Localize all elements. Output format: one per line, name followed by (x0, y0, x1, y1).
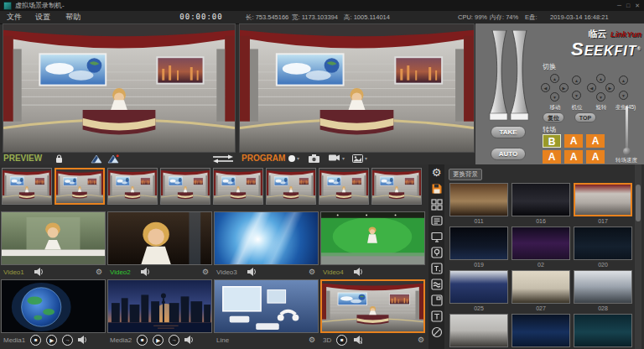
transition-speed-slider[interactable] (626, 106, 628, 153)
scene-thumbnail[interactable] (449, 270, 508, 304)
camera-angle-thumb-2[interactable] (55, 168, 105, 205)
media1-play-button[interactable]: ▶ (46, 335, 57, 346)
media1-speaker-icon[interactable] (78, 336, 86, 344)
camera-angle-thumb-7[interactable] (319, 168, 369, 205)
snapshot-camera-icon[interactable] (309, 154, 319, 163)
menu-settings[interactable]: 设置 (35, 11, 50, 23)
transition-speed-knob[interactable] (623, 148, 631, 155)
video1-source[interactable] (1, 211, 106, 265)
rotate-down-button[interactable]: ▼ (596, 92, 605, 102)
scene-thumbnail[interactable] (574, 183, 632, 216)
gallery-scrollbar-thumb[interactable] (636, 185, 641, 221)
transition-b-button[interactable]: B (543, 134, 561, 148)
scene-thumbnail[interactable] (512, 227, 570, 260)
swap-icon[interactable] (211, 154, 235, 164)
gallery-scrollbar[interactable] (635, 164, 641, 349)
position-down-button[interactable]: ▼ (572, 91, 581, 100)
menu-help[interactable]: 帮助 (65, 11, 80, 23)
media2-forward-button[interactable]: → (169, 335, 179, 346)
camera-angle-thumb-1[interactable] (2, 168, 52, 205)
rotate-up-button[interactable]: ▲ (596, 74, 605, 83)
line-gear-icon[interactable]: ⚙ (309, 334, 315, 346)
close-button[interactable]: ✕ (635, 3, 640, 9)
zoom-in-button[interactable]: ▲ (619, 76, 628, 85)
media1-stop-button[interactable]: ■ (30, 335, 41, 346)
video2-source[interactable] (107, 211, 212, 265)
scene-thumbnail[interactable] (512, 270, 570, 304)
threed-stop-button[interactable]: ■ (336, 335, 347, 346)
monitor-icon[interactable] (428, 228, 444, 244)
subtitle-text-icon[interactable] (428, 260, 444, 276)
playlist-icon[interactable] (428, 212, 444, 228)
image-caret-icon[interactable]: ▾ (365, 153, 367, 164)
image-icon[interactable] (352, 154, 363, 163)
video1-speaker-icon[interactable] (34, 268, 43, 276)
video1-gear-icon[interactable]: ⚙ (96, 266, 102, 278)
scene-thumbnail[interactable] (574, 270, 632, 304)
take-button[interactable]: TAKE (491, 126, 526, 138)
camera-angle-thumb-8[interactable] (371, 168, 422, 205)
gallery-item[interactable]: 016 (512, 183, 570, 226)
record-icon[interactable] (288, 155, 295, 162)
transition-a5-button[interactable]: A (586, 150, 605, 164)
move-up-button[interactable]: ▲ (550, 74, 559, 83)
disable-icon[interactable] (428, 324, 444, 340)
maximize-button[interactable]: □ (626, 3, 630, 9)
text-tool-icon[interactable] (428, 308, 444, 324)
frame-icon[interactable] (428, 292, 444, 308)
media2-stop-button[interactable]: ■ (137, 335, 148, 346)
move-left-button[interactable]: ◀ (541, 83, 550, 92)
gallery-item[interactable]: 020 (574, 227, 632, 269)
scene-thumbnail[interactable] (574, 314, 632, 347)
gallery-item[interactable]: 011 (449, 183, 508, 226)
video2-gear-icon[interactable]: ⚙ (202, 266, 209, 278)
lock-icon[interactable] (55, 154, 63, 164)
save-icon[interactable] (428, 180, 444, 196)
gallery-item[interactable]: 028 (574, 270, 632, 313)
settings-gear-icon[interactable]: ⚙ (428, 164, 444, 180)
t-bar[interactable] (489, 30, 529, 121)
gallery-item[interactable]: 019 (449, 227, 508, 269)
gallery-item-selected[interactable]: 017 (574, 183, 632, 226)
rotate-left-button[interactable]: ◀ (587, 83, 596, 92)
move-down-button[interactable]: ▼ (550, 92, 559, 102)
gallery-item[interactable] (449, 314, 508, 347)
media2-play-button[interactable]: ▶ (153, 335, 164, 346)
wipe-effect-icon[interactable] (91, 154, 102, 164)
scene-thumbnail[interactable] (512, 314, 570, 347)
video3-speaker-icon[interactable] (247, 268, 256, 276)
scene-thumbnail[interactable] (574, 227, 632, 260)
camcorder-icon[interactable] (329, 154, 340, 161)
media1-forward-button[interactable]: → (62, 335, 73, 346)
auto-button[interactable]: AUTO (491, 148, 526, 160)
top-button[interactable]: TOP (574, 112, 596, 122)
position-up-button[interactable]: ▲ (572, 76, 581, 85)
zoom-out-button[interactable]: ▼ (619, 91, 628, 100)
transition-a1-button[interactable]: A (564, 134, 583, 148)
scene-thumbnail[interactable] (512, 183, 570, 216)
gallery-item[interactable] (574, 314, 632, 347)
camera-angle-thumb-5[interactable] (213, 168, 263, 205)
gallery-item[interactable] (512, 314, 570, 347)
minimize-button[interactable]: ─ (617, 3, 621, 9)
scene-thumbnail[interactable] (449, 227, 508, 260)
move-right-button[interactable]: ▶ (559, 83, 569, 92)
threed-source[interactable] (320, 279, 425, 333)
rotate-right-button[interactable]: ▶ (605, 83, 615, 92)
camera-angle-thumb-4[interactable] (160, 168, 210, 205)
camcorder-caret-icon[interactable]: ▾ (342, 153, 345, 164)
video2-speaker-icon[interactable] (141, 268, 149, 276)
layout-windows-icon[interactable] (428, 196, 444, 212)
media2-speaker-icon[interactable] (184, 336, 193, 344)
video4-source[interactable] (320, 211, 425, 265)
change-background-button[interactable]: 更换背景 (449, 169, 482, 180)
media1-source[interactable] (1, 279, 106, 333)
record-caret-icon[interactable]: ▾ (297, 153, 299, 164)
scene-thumbnail[interactable] (449, 183, 508, 216)
camera-angle-thumb-6[interactable] (266, 168, 316, 205)
light-icon[interactable] (428, 244, 444, 260)
camera-angle-thumb-3[interactable] (107, 168, 158, 205)
transition-a3-button[interactable]: A (543, 150, 561, 164)
gallery-item[interactable]: 025 (449, 270, 508, 313)
transition-a4-button[interactable]: A (564, 150, 583, 164)
